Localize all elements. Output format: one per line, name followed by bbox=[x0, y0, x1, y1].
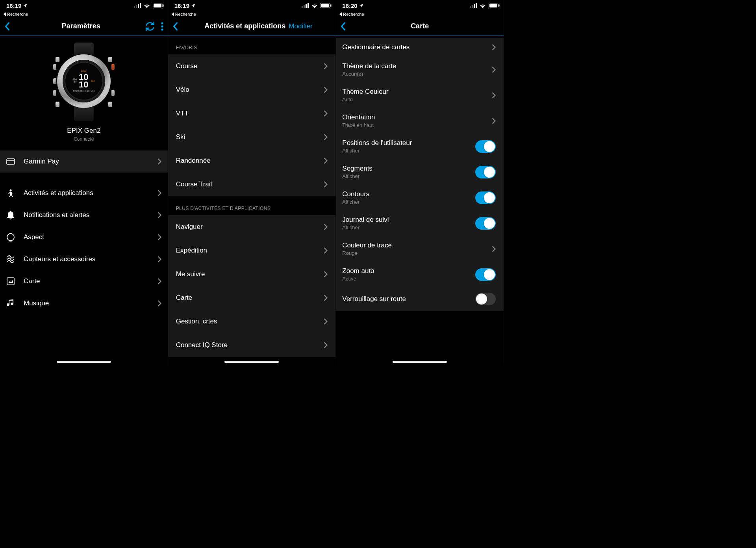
svg-rect-29 bbox=[489, 4, 497, 7]
chevron-right-icon bbox=[324, 224, 328, 230]
settings-row[interactable]: Carte bbox=[0, 270, 168, 292]
activity-row[interactable]: Carte bbox=[168, 286, 336, 310]
activity-row[interactable]: Me suivre bbox=[168, 262, 336, 286]
row-label: Capteurs et accessoires bbox=[24, 255, 95, 263]
carte-row[interactable]: Thème de la carteAucun(e) bbox=[336, 57, 504, 82]
cellular-icon bbox=[470, 3, 477, 8]
pane-carte: 16:20 Recherche Carte Gestionnaire de ca… bbox=[336, 0, 504, 365]
row-label: Activités et applications bbox=[24, 189, 93, 197]
row-subtitle: Afficher bbox=[342, 225, 389, 230]
row-title: Thème Couleur bbox=[342, 88, 388, 96]
settings-row[interactable]: Notifications et alertes bbox=[0, 204, 168, 226]
activity-row[interactable]: Course Trail bbox=[168, 173, 336, 196]
svg-rect-3 bbox=[140, 3, 141, 8]
activity-row[interactable]: Randonnée bbox=[168, 149, 336, 173]
chevron-right-icon bbox=[158, 278, 161, 284]
chevron-right-icon bbox=[492, 118, 496, 124]
activity-row[interactable]: Naviguer bbox=[168, 215, 336, 239]
svg-rect-5 bbox=[154, 4, 161, 7]
page-title: Carte bbox=[353, 22, 486, 30]
garmin-pay-row[interactable]: Garmin Pay bbox=[0, 150, 168, 173]
row-label: Carte bbox=[176, 294, 193, 302]
carte-row[interactable]: Verrouillage sur route bbox=[336, 287, 504, 311]
device-name: EPIX Gen2 bbox=[0, 127, 168, 135]
svg-rect-10 bbox=[7, 159, 15, 164]
back-button[interactable] bbox=[4, 20, 17, 33]
carte-row[interactable]: Journal de suiviAfficher bbox=[336, 210, 504, 236]
battery-icon bbox=[153, 3, 164, 8]
carte-row[interactable]: Couleur de tracéRouge bbox=[336, 236, 504, 262]
svg-point-9 bbox=[161, 28, 163, 30]
settings-row[interactable]: Activités et applications bbox=[0, 182, 168, 204]
activity-row[interactable]: Gestion. crtes bbox=[168, 310, 336, 333]
svg-rect-22 bbox=[321, 4, 329, 7]
activity-row[interactable]: Expédition bbox=[168, 239, 336, 262]
battery-icon bbox=[321, 3, 332, 8]
carte-row[interactable]: Thème CouleurAuto bbox=[336, 82, 504, 108]
activity-row[interactable]: Vélo bbox=[168, 78, 336, 102]
row-label: Expédition bbox=[176, 247, 207, 254]
watch-image: EPIX Sat01 1010 38 STEPS 8544 H 67 / L 5… bbox=[54, 43, 113, 121]
svg-rect-17 bbox=[302, 6, 303, 8]
carte-row[interactable]: Zoom autoActivé bbox=[336, 262, 504, 287]
toggle-switch[interactable] bbox=[475, 268, 496, 281]
carte-row[interactable]: SegmentsAfficher bbox=[336, 159, 504, 185]
more-icon[interactable] bbox=[161, 22, 164, 31]
row-icon bbox=[6, 299, 15, 308]
nav-bar: Carte bbox=[336, 17, 504, 35]
home-indicator[interactable] bbox=[224, 361, 279, 363]
row-label: VTT bbox=[176, 110, 189, 117]
chevron-right-icon bbox=[158, 234, 161, 240]
carte-row[interactable]: Gestionnaire de cartes bbox=[336, 38, 504, 57]
svg-point-12 bbox=[10, 189, 12, 191]
location-icon bbox=[359, 3, 364, 8]
settings-row[interactable]: Capteurs et accessoires bbox=[0, 248, 168, 270]
svg-rect-19 bbox=[306, 4, 307, 8]
page-title: Paramètres bbox=[17, 22, 145, 30]
chevron-right-icon bbox=[324, 158, 328, 164]
activity-row[interactable]: Course bbox=[168, 54, 336, 78]
svg-rect-30 bbox=[498, 4, 500, 7]
section-favoris: FAVORIS bbox=[168, 35, 336, 54]
chevron-right-icon bbox=[324, 318, 328, 325]
carte-row[interactable]: ContoursAfficher bbox=[336, 185, 504, 210]
home-indicator[interactable] bbox=[393, 361, 447, 363]
ios-back-recherche[interactable]: Recherche bbox=[0, 11, 168, 17]
settings-row[interactable]: Musique bbox=[0, 292, 168, 314]
edit-button[interactable]: Modifier bbox=[289, 22, 312, 30]
ios-back-recherche[interactable]: Recherche bbox=[336, 11, 504, 17]
row-title: Segments bbox=[342, 165, 372, 173]
row-title: Positions de l'utilisateur bbox=[342, 139, 412, 147]
toggle-switch[interactable] bbox=[475, 166, 496, 178]
row-subtitle: Aucun(e) bbox=[342, 71, 396, 77]
activity-row[interactable]: Ski bbox=[168, 125, 336, 149]
chevron-right-icon bbox=[324, 134, 328, 140]
pane-activities: 16:19 Recherche Activités et application… bbox=[168, 0, 336, 365]
ios-back-recherche[interactable]: Recherche bbox=[168, 11, 336, 17]
sync-icon[interactable] bbox=[145, 21, 155, 32]
status-bar: 16:20 bbox=[336, 0, 504, 11]
toggle-switch[interactable] bbox=[475, 191, 496, 204]
carte-row[interactable]: OrientationTracé en haut bbox=[336, 108, 504, 134]
chevron-right-icon bbox=[324, 342, 328, 348]
chevron-right-icon bbox=[324, 247, 328, 254]
row-label: Connect IQ Store bbox=[176, 341, 228, 349]
svg-rect-26 bbox=[474, 4, 475, 8]
home-indicator[interactable] bbox=[57, 361, 111, 363]
back-button[interactable] bbox=[340, 20, 353, 33]
toggle-switch[interactable] bbox=[475, 293, 496, 305]
row-label: Me suivre bbox=[176, 270, 205, 278]
activity-row[interactable]: Connect IQ Store bbox=[168, 333, 336, 357]
toggle-switch[interactable] bbox=[475, 140, 496, 153]
activity-row[interactable]: VTT bbox=[168, 102, 336, 125]
settings-row[interactable]: Aspect bbox=[0, 226, 168, 248]
toggle-switch[interactable] bbox=[475, 217, 496, 230]
status-time: 16:19 bbox=[174, 2, 189, 9]
back-button[interactable] bbox=[172, 20, 185, 33]
nav-bar: Paramètres bbox=[0, 17, 168, 35]
row-subtitle: Rouge bbox=[342, 250, 392, 256]
row-icon bbox=[6, 277, 15, 286]
carte-row[interactable]: Positions de l'utilisateurAfficher bbox=[336, 134, 504, 159]
row-title: Couleur de tracé bbox=[342, 241, 392, 249]
wifi-icon bbox=[479, 3, 486, 8]
